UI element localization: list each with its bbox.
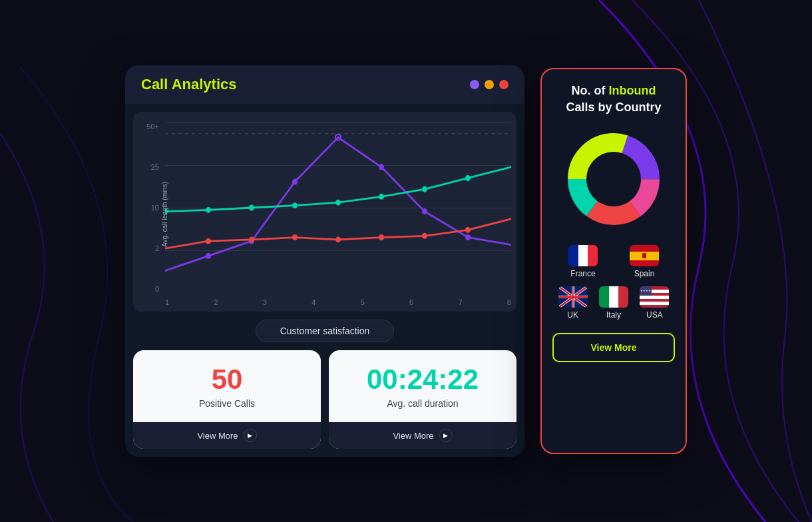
svg-point-13: [379, 194, 384, 200]
donut-chart: [564, 129, 664, 229]
country-usa: ★★★★★★★★★★★★★★★★★★★★★★★★★★★★★★★★★★★★★★★★…: [640, 286, 669, 320]
avg-duration-view-more: View More: [393, 431, 433, 441]
svg-point-28: [588, 154, 639, 204]
title-plain: Call: [141, 76, 168, 93]
avg-duration-card: 00:24:22 Avg. call duration View More ▶: [329, 350, 516, 449]
italy-flag: [599, 286, 628, 308]
x-axis: 1 2 3 4 5 6 7 8: [165, 298, 511, 306]
panel-title: No. of Inbound Calls by Country: [566, 83, 661, 116]
avg-duration-value: 00:24:22: [342, 364, 503, 395]
avg-duration-play-icon: ▶: [439, 429, 453, 442]
usa-flag: ★★★★★★★★★★★★★★★★★★★★★★★★★★★★★★★★★★★★★★★★…: [640, 286, 669, 308]
chart-svg: [165, 123, 511, 293]
spain-flag: [630, 245, 659, 266]
positive-calls-footer[interactable]: View More ▶: [133, 422, 321, 449]
svg-point-14: [422, 186, 427, 192]
countries-row-2: UK Italy: [552, 286, 675, 320]
avg-duration-label: Avg. call duration: [342, 398, 503, 409]
svg-point-18: [292, 234, 298, 240]
country-france: France: [568, 245, 598, 278]
wc-dot-purple[interactable]: [470, 80, 479, 89]
window-controls: [470, 80, 508, 89]
avg-duration-body: 00:24:22 Avg. call duration: [329, 350, 516, 422]
y-axis: 50+ 25 10 2 0: [138, 123, 162, 293]
analytics-title: Call Analytics: [141, 76, 236, 93]
wc-dot-orange[interactable]: [485, 80, 494, 89]
svg-point-21: [422, 233, 427, 239]
positive-calls-body: 50 Positive Calls: [133, 350, 321, 422]
customer-satisfaction-badge: Customer satisfaction: [256, 320, 395, 342]
chart-area: 50+ 25 10 2 0 Avg. call length (mins): [133, 112, 516, 312]
svg-point-6: [422, 208, 427, 214]
svg-point-19: [335, 236, 341, 242]
analytics-card: Call Analytics 50+ 25 10 2 0: [125, 65, 524, 457]
positive-calls-value: 50: [146, 364, 307, 395]
country-spain: Spain: [630, 245, 659, 278]
title-highlight: Analytics: [172, 76, 237, 93]
svg-point-9: [206, 207, 211, 213]
svg-point-7: [465, 234, 471, 240]
positive-calls-card: 50 Positive Calls View More ▶: [133, 350, 321, 449]
svg-point-11: [292, 202, 298, 208]
svg-point-5: [379, 164, 384, 170]
view-more-button[interactable]: View More: [552, 333, 675, 362]
svg-point-12: [335, 200, 341, 206]
svg-point-10: [249, 205, 254, 211]
positive-calls-view-more: View More: [197, 431, 238, 441]
svg-point-1: [206, 253, 211, 259]
analytics-header: Call Analytics: [125, 65, 524, 104]
positive-calls-play-icon: ▶: [244, 429, 257, 442]
avg-duration-footer[interactable]: View More ▶: [329, 422, 516, 449]
customer-satisfaction-badge-wrapper: Customer satisfaction: [125, 320, 524, 342]
uk-flag: [558, 286, 588, 308]
svg-point-20: [379, 234, 384, 240]
svg-point-22: [465, 227, 471, 233]
countries-grid: France Spain: [552, 245, 675, 320]
wc-dot-red[interactable]: [499, 80, 508, 89]
svg-point-17: [249, 236, 254, 242]
svg-point-15: [465, 175, 471, 181]
svg-point-16: [206, 238, 211, 244]
france-flag: [568, 245, 598, 266]
country-italy: Italy: [599, 286, 628, 320]
stat-cards-row: 50 Positive Calls View More ▶ 00:24:22 A…: [125, 350, 524, 457]
positive-calls-label: Positive Calls: [146, 398, 307, 409]
country-panel: No. of Inbound Calls by Country: [540, 68, 687, 454]
countries-row-1: France Spain: [552, 245, 675, 278]
svg-point-3: [292, 179, 298, 185]
country-uk: UK: [558, 286, 588, 320]
svg-point-8: [165, 208, 168, 214]
